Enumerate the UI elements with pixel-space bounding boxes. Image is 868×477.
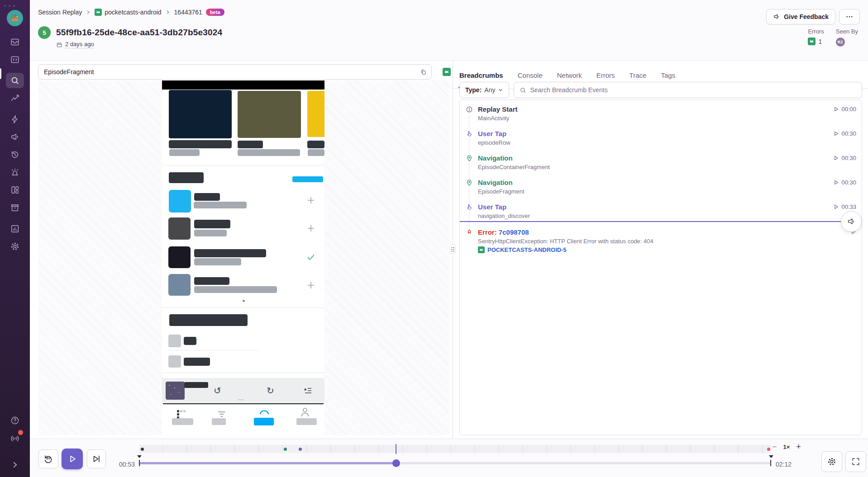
archive-box-icon [10,203,20,213]
skeleton-artwork [169,190,191,213]
beta-badge: beta [206,9,224,16]
errors-summary: Errors 1 [808,28,824,47]
android-project-icon [808,38,816,45]
jump-to-time-button[interactable]: 00:33 [833,203,856,210]
chevron-down-icon [498,87,503,93]
event-subtitle: SentryHttpClientException: HTTP Client E… [478,238,653,245]
skip-to-end-button[interactable] [87,449,106,468]
breadcrumb-row-user-tap[interactable]: User Tap episodeRow 00:30 [460,130,862,154]
breadcrumb-replay-id[interactable]: 16443761 [174,9,202,16]
play-button[interactable] [62,449,83,469]
fire-icon [466,229,473,236]
issue-link[interactable]: POCKETCASTS-ANDROID-5 [478,246,567,253]
sidebar-item-performance[interactable] [6,112,24,127]
bar-chart-icon [10,224,20,234]
sidebar-item-issues[interactable] [6,34,24,50]
current-time-indicator [460,221,862,222]
play-icon [833,179,839,185]
sidebar-item-projects[interactable] [6,52,24,67]
floating-feedback-button[interactable] [841,211,862,232]
sidebar-item-feedback[interactable] [6,129,24,145]
sidebar-item-replays[interactable] [6,147,24,162]
sidebar-item-archive[interactable] [6,200,24,215]
divider [162,373,324,373]
panel-resize-handle[interactable] [450,244,456,254]
sidebar-item-boards[interactable] [6,182,24,198]
undo-icon: ↺ [214,386,221,395]
org-avatar[interactable] [7,10,23,26]
boards-icon [10,185,20,195]
copy-button[interactable] [417,66,429,77]
sidebar-collapse-toggle[interactable] [6,457,24,472]
skeleton-nav-label [172,418,193,425]
jump-to-time-button[interactable]: 00:30 [833,130,856,137]
breadcrumb-row-user-tap[interactable]: User Tap navigation_discover 00:33 [460,203,862,227]
jump-to-time-button[interactable]: 00:00 [833,106,856,113]
more-options-button[interactable] [839,9,860,24]
divider [162,307,324,308]
breadcrumb-session-replay[interactable]: Session Replay [38,9,82,16]
skeleton-text-bar [194,249,266,257]
skeleton-header-bar [169,172,204,183]
skeleton-artwork [168,246,191,268]
fullscreen-icon [851,457,860,466]
sidebar-item-settings[interactable] [6,239,24,254]
skip-amount-label: 10 [47,456,51,460]
megaphone-icon [10,132,20,142]
skeleton-text-bar [194,193,220,201]
page-header: Session Replay pocketcasts-android 16443… [30,0,868,61]
minimap-event-marker-purple [299,448,302,451]
breadcrumb-project[interactable]: pocketcasts-android [95,9,161,16]
sidebar-item-help[interactable] [6,413,24,428]
breadcrumb-search-input[interactable] [530,86,856,94]
scrubber-start-tick [139,460,140,466]
drag-dash [238,399,244,400]
jump-to-time-button[interactable]: 00:30 [833,155,856,161]
zoom-in-button[interactable]: + [796,443,801,451]
seen-by-label: Seen By [836,28,858,35]
zoom-level-label[interactable]: 1× [783,444,790,450]
tap-icon [466,203,473,211]
scrubber-handle[interactable] [392,459,400,467]
gear-icon [827,457,837,467]
discover-arc-icon [258,407,270,415]
player-settings-button[interactable] [821,451,842,472]
errors-label: Errors [808,28,824,35]
sidebar-item-whats-new[interactable] [6,431,24,446]
sidebar-item-explore[interactable] [6,73,24,88]
sidebar-item-dashboards[interactable] [6,90,24,106]
breadcrumb-row-navigation[interactable]: Navigation EpisodeFragment 00:30 [460,179,862,203]
play-icon [833,131,839,137]
zoom-out-button[interactable]: − [772,443,777,451]
timeline-scrubber[interactable] [139,459,771,467]
jump-to-time-button[interactable]: 00:30 [833,179,856,186]
play-icon [68,454,77,463]
replay-video-viewport[interactable]: ↺ ↻ [38,80,449,434]
event-subtitle: EpisodeFragment [478,188,525,195]
event-title: Replay Start [478,105,518,113]
dom-search-input[interactable] [38,64,432,80]
skeleton-progress-line [163,403,324,404]
breadcrumb-event-list: Replay Start MainActivity 00:00 User Tap… [459,99,862,435]
skeleton-text-bar [308,149,324,156]
type-filter-dropdown[interactable]: Type:Any [459,82,509,98]
give-feedback-button[interactable]: Give Feedback [766,9,835,24]
play-icon [833,204,839,210]
divider [162,165,324,165]
sidebar-item-alerts[interactable] [6,165,24,180]
rewind-10-button[interactable]: 10 [38,449,58,468]
timeline-minimap[interactable] [139,445,771,453]
fullscreen-button[interactable] [845,451,866,472]
redo-icon: ↻ [267,386,274,395]
breadcrumb-row-navigation[interactable]: Navigation EpisodeContainerFragment 00:3… [460,154,862,179]
help-icon [10,416,20,425]
error-id-link[interactable]: 7c098708 [499,228,529,236]
up-next-icon [303,387,312,394]
scrubber-end-tick [770,460,771,466]
breadcrumb-row-replay-start[interactable]: Replay Start MainActivity 00:00 [460,105,862,130]
breadcrumb-row-error[interactable]: Error: 7c098708 SentryHttpClientExceptio… [460,228,862,263]
sidebar-item-stats[interactable] [6,221,24,236]
copy-icon [420,69,427,76]
replay-user-avatar: 5 [38,26,51,39]
calendar-icon [56,42,62,48]
